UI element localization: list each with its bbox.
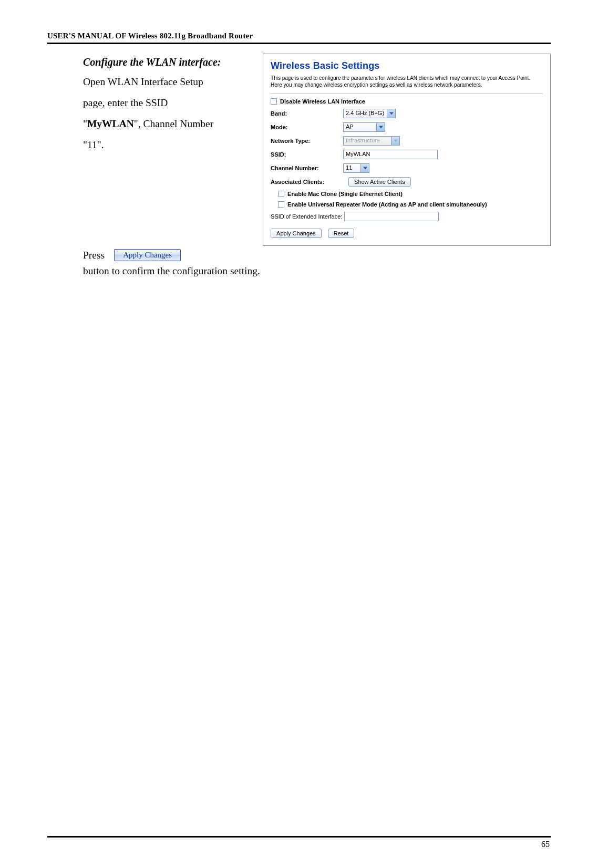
show-active-clients-button[interactable]: Show Active Clients bbox=[348, 177, 411, 187]
channel-number-select[interactable]: 11 bbox=[343, 163, 369, 173]
mode-row: Mode: AP bbox=[271, 122, 543, 132]
confirm-text: button to confirm the configuration sett… bbox=[83, 265, 551, 277]
press-row: Press Apply Changes bbox=[83, 249, 551, 261]
ssid-extended-input[interactable] bbox=[344, 212, 439, 221]
network-type-value: Infrastructure bbox=[346, 137, 380, 143]
disable-wlan-row: Disable Wireless LAN Interface bbox=[271, 98, 543, 105]
channel-number-label: Channel Number: bbox=[271, 165, 343, 171]
panel-description: This page is used to configure the param… bbox=[271, 75, 543, 94]
network-type-label: Network Type: bbox=[271, 138, 343, 144]
apply-changes-image-button: Apply Changes bbox=[114, 249, 181, 261]
associated-clients-row: Associated Clients: Show Active Clients bbox=[271, 177, 543, 187]
mode-label: Mode: bbox=[271, 124, 343, 130]
quote-pre: " bbox=[83, 118, 87, 129]
apply-changes-button[interactable]: Apply Changes bbox=[271, 229, 322, 238]
associated-clients-label: Associated Clients: bbox=[271, 179, 343, 185]
page-header: USER'S MANUAL OF Wireless 802.11g Broadb… bbox=[47, 32, 551, 40]
ssid-value: MyWLAN bbox=[87, 118, 134, 129]
repeater-checkbox[interactable] bbox=[278, 201, 284, 208]
mode-value: AP bbox=[346, 123, 354, 130]
band-select[interactable]: 2.4 GHz (B+G) bbox=[343, 109, 396, 118]
ssid-row: SSID: MyWLAN bbox=[271, 150, 543, 159]
disable-wlan-label: Disable Wireless LAN Interface bbox=[280, 98, 365, 105]
reset-button[interactable]: Reset bbox=[328, 229, 355, 238]
ssid-extended-row: SSID of Extended Interface: bbox=[271, 212, 543, 221]
disable-wlan-checkbox[interactable] bbox=[271, 98, 277, 105]
panel-title: Wireless Basic Settings bbox=[271, 60, 543, 71]
band-label: Band: bbox=[271, 110, 343, 117]
band-row: Band: 2.4 GHz (B+G) bbox=[271, 109, 543, 118]
panel-button-row: Apply Changes Reset bbox=[271, 229, 543, 238]
chevron-down-icon bbox=[387, 109, 395, 118]
instruction-line: page, enter the SSID bbox=[83, 92, 263, 113]
page-number: 65 bbox=[541, 840, 550, 849]
ssid-input[interactable]: MyWLAN bbox=[343, 150, 438, 159]
mode-select[interactable]: AP bbox=[343, 122, 385, 132]
repeater-row: Enable Universal Repeater Mode (Acting a… bbox=[278, 201, 543, 208]
footer-rule bbox=[47, 836, 551, 838]
quote-post: ", Channel Number bbox=[134, 118, 213, 129]
chevron-down-icon bbox=[376, 123, 385, 131]
press-text: Press bbox=[83, 250, 105, 261]
instruction-line: Open WLAN Interface Setup bbox=[83, 71, 263, 92]
channel-number-value: 11 bbox=[346, 164, 352, 171]
ssid-label: SSID: bbox=[271, 151, 343, 158]
instruction-heading: Configure the WLAN interface: bbox=[83, 54, 263, 70]
network-type-row: Network Type: Infrastructure bbox=[271, 136, 543, 146]
instruction-line: "11". bbox=[83, 135, 263, 156]
ssid-extended-label: SSID of Extended Interface: bbox=[271, 213, 342, 220]
mac-clone-label: Enable Mac Clone (Single Ethernet Client… bbox=[287, 191, 403, 197]
repeater-label: Enable Universal Repeater Mode (Acting a… bbox=[287, 201, 487, 208]
instruction-text-block: Configure the WLAN interface: Open WLAN … bbox=[83, 54, 263, 156]
chevron-down-icon bbox=[360, 164, 369, 172]
mac-clone-row: Enable Mac Clone (Single Ethernet Client… bbox=[278, 191, 543, 197]
network-type-select: Infrastructure bbox=[343, 136, 400, 146]
header-rule bbox=[47, 43, 551, 44]
mac-clone-checkbox[interactable] bbox=[278, 191, 284, 197]
chevron-down-icon bbox=[391, 137, 399, 145]
band-value: 2.4 GHz (B+G) bbox=[346, 110, 384, 116]
channel-number-row: Channel Number: 11 bbox=[271, 163, 543, 173]
wireless-settings-panel: Wireless Basic Settings This page is use… bbox=[263, 54, 551, 246]
instruction-line: "MyWLAN", Channel Number bbox=[83, 113, 263, 135]
